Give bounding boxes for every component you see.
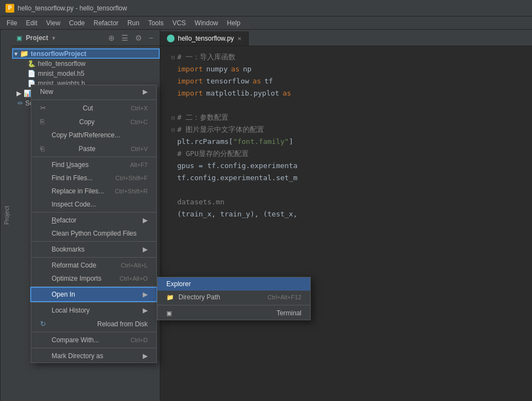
tab-close-btn[interactable]: ✕ <box>237 36 242 42</box>
main-layout: Project ▣ Project ▾ ⊕ ☰ ⚙ − ▾ 📁 tensorfl… <box>0 30 532 401</box>
arrow-icon: ▶ <box>143 352 148 360</box>
menu-refactor[interactable]: Refactor <box>89 18 123 28</box>
arrow-icon: ▶ <box>143 216 148 224</box>
submenu-sep <box>158 305 310 305</box>
tree-item-hello-tf[interactable]: 🐍 hello_tensorflow <box>12 59 160 69</box>
ctx-sep-1 <box>31 99 156 100</box>
tree-item-project[interactable]: ▾ 📁 tensorflowProject <box>12 48 160 59</box>
code-line-8: ⊟ # GPU显存的分配配置 <box>171 148 521 160</box>
code-line-5: ⊟ # 二：参数配置 <box>171 112 521 124</box>
ctx-refactor[interactable]: Refactor ▶ <box>31 214 156 227</box>
ctx-bookmarks[interactable]: Bookmarks ▶ <box>31 243 156 256</box>
paste-icon: ⎗ <box>40 144 44 153</box>
locate-icon[interactable]: ⊕ <box>106 32 117 43</box>
sidebar-toolbar: ⊕ ☰ ⚙ − <box>106 32 155 43</box>
terminal-icon: ▣ <box>166 310 172 317</box>
ctx-new[interactable]: New ▶ <box>31 85 156 98</box>
code-line-1: ⊟ # 一：导入库函数 <box>171 52 521 64</box>
code-line-blank <box>171 100 521 112</box>
submenu-explorer[interactable]: Explorer <box>158 277 310 291</box>
menu-bar: File Edit View Code Refactor Run Tools V… <box>0 16 532 30</box>
code-line-9: ⊟ gpus = tf.config.experimenta <box>171 160 521 172</box>
ctx-sep-7 <box>31 302 156 303</box>
tree-item-mnist-model[interactable]: 📄 mnist_model.h5 <box>12 69 160 79</box>
code-line-4: ⊟ import matplotlib.pyplot as <box>171 88 521 100</box>
ctx-reformat[interactable]: Reformat Code Ctrl+Alt+L <box>31 259 156 272</box>
window-title: hello_tensorflow.py - hello_tensorflow <box>18 4 127 12</box>
context-menu: New ▶ ✂ Cut Ctrl+X ⎘ Copy Ctrl+C Copy Pa… <box>31 85 157 363</box>
code-line-12: ⊟ (train_x, train_y), (test_x, <box>171 209 521 221</box>
expand-icon: ▾ <box>14 50 18 58</box>
ctx-clean-python[interactable]: Clean Python Compiled Files <box>31 227 156 240</box>
reload-icon: ↻ <box>40 320 46 328</box>
menu-vcs[interactable]: VCS <box>168 18 191 28</box>
open-in-submenu: Explorer 📁 Directory Path Ctrl+Alt+F12 ▣… <box>157 277 311 320</box>
submenu-directory-path[interactable]: 📁 Directory Path Ctrl+Alt+F12 <box>158 291 310 304</box>
menu-help[interactable]: Help <box>222 18 245 28</box>
ctx-sep-4 <box>31 241 156 242</box>
ctx-find-files[interactable]: Find in Files... Ctrl+Shift+F <box>31 171 156 185</box>
title-bar: P hello_tensorflow.py - hello_tensorflow <box>0 0 532 16</box>
code-editor[interactable]: ⊟ # 一：导入库函数 ⊟ import numpy as np ⊟ impor… <box>160 46 532 401</box>
copy-icon: ⎘ <box>40 118 44 126</box>
ctx-sep-8 <box>31 332 156 332</box>
ctx-mark-dir[interactable]: Mark Directory as ▶ <box>31 349 156 363</box>
ctx-optimize-imports[interactable]: Optimize Imports Ctrl+Alt+O <box>31 272 156 285</box>
menu-file[interactable]: File <box>2 18 21 28</box>
ctx-compare[interactable]: Compare With... Ctrl+D <box>31 333 156 347</box>
menu-window[interactable]: Window <box>191 18 223 28</box>
ctx-sep-3 <box>31 212 156 213</box>
code-line-2: ⊟ import numpy as np <box>171 64 521 76</box>
editor-tab-hello-tf[interactable]: hello_tensorflow.py ✕ <box>160 31 249 46</box>
arrow-icon: ▶ <box>143 246 148 253</box>
code-line-3: ⊟ import tensorflow as tf <box>171 76 521 88</box>
menu-edit[interactable]: Edit <box>21 18 42 28</box>
ctx-replace-files[interactable]: Replace in Files... Ctrl+Shift+R <box>31 185 156 198</box>
folder-icon: 📁 <box>166 294 174 301</box>
ctx-copy-path[interactable]: Copy Path/Reference... <box>31 129 156 142</box>
tab-file-icon <box>167 35 175 42</box>
fold-icon[interactable]: ⊟ <box>171 53 175 63</box>
menu-run[interactable]: Run <box>123 18 144 28</box>
menu-tools[interactable]: Tools <box>144 18 168 28</box>
cut-icon: ✂ <box>40 104 46 112</box>
fold-icon[interactable]: ⊟ <box>171 113 175 123</box>
ctx-local-history[interactable]: Local History ▶ <box>31 304 156 317</box>
ctx-sep-9 <box>31 348 156 348</box>
sidebar: ▣ Project ▾ ⊕ ☰ ⚙ − ▾ 📁 tensorflowProjec… <box>12 30 160 401</box>
ctx-inspect[interactable]: Inspect Code... <box>31 198 156 211</box>
editor-area: hello_tensorflow.py ✕ ⊟ # 一：导入库函数 ⊟ impo… <box>160 30 532 401</box>
project-header-label: ▣ Project ▾ <box>16 34 55 42</box>
ctx-copy[interactable]: ⎘ Copy Ctrl+C <box>31 115 156 129</box>
collapse-icon[interactable]: ☰ <box>119 32 131 43</box>
expand-icon: ▶ <box>16 90 21 97</box>
ctx-sep-6 <box>31 286 156 287</box>
menu-view[interactable]: View <box>42 18 65 28</box>
menu-code[interactable]: Code <box>65 18 89 28</box>
arrow-icon: ▶ <box>143 88 148 96</box>
arrow-icon: ▶ <box>143 307 148 314</box>
editor-tabs: hello_tensorflow.py ✕ <box>160 30 532 46</box>
fold-icon[interactable]: ⊟ <box>171 125 175 135</box>
ctx-find-usages[interactable]: Find Usages Alt+F7 <box>31 158 156 171</box>
code-line-7: ⊟ plt.rcParams["font.family"] <box>171 136 521 148</box>
ctx-reload-disk[interactable]: ↻ Reload from Disk <box>31 317 156 331</box>
ctx-open-in[interactable]: Open In ▶ <box>31 288 156 301</box>
code-line-10: ⊟ tf.config.experimental.set_m <box>171 172 521 185</box>
code-line-6: ⊟ # 图片显示中文字体的配置 <box>171 124 521 136</box>
code-line-11: ⊟ datasets.mn <box>171 197 521 209</box>
code-line-blank2 <box>171 185 521 197</box>
ctx-sep-5 <box>31 257 156 258</box>
sidebar-header: ▣ Project ▾ ⊕ ☰ ⚙ − <box>12 30 160 46</box>
minimize-icon[interactable]: − <box>147 32 155 43</box>
arrow-icon: ▶ <box>143 291 148 298</box>
settings-icon[interactable]: ⚙ <box>133 32 144 43</box>
app-icon: P <box>5 4 14 13</box>
project-vertical-label: Project <box>0 30 12 401</box>
ctx-cut[interactable]: ✂ Cut Ctrl+X <box>31 101 156 115</box>
ctx-paste[interactable]: ⎗ Paste Ctrl+V <box>31 142 156 155</box>
submenu-terminal[interactable]: ▣ Terminal <box>158 307 310 320</box>
ctx-sep-2 <box>31 157 156 157</box>
